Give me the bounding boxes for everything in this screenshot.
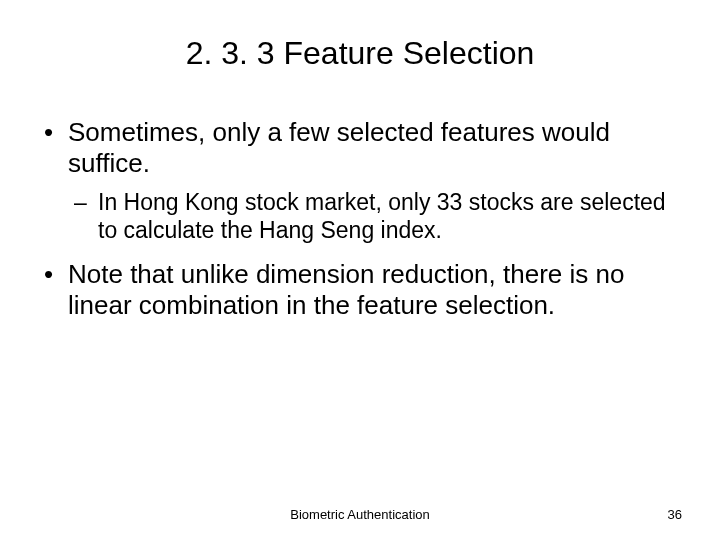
bullet-text: Sometimes, only a few selected features … [68,117,610,178]
bullet-list: Sometimes, only a few selected features … [40,117,680,321]
footer-text: Biometric Authentication [0,507,720,522]
sub-bullet-item: In Hong Kong stock market, only 33 stock… [68,189,680,244]
sub-bullet-list: In Hong Kong stock market, only 33 stock… [68,189,680,244]
bullet-item: Note that unlike dimension reduction, th… [40,259,680,321]
slide-content: Sometimes, only a few selected features … [40,117,680,321]
slide: 2. 3. 3 Feature Selection Sometimes, onl… [0,0,720,540]
bullet-item: Sometimes, only a few selected features … [40,117,680,245]
bullet-text: Note that unlike dimension reduction, th… [68,259,624,320]
page-number: 36 [668,507,682,522]
slide-title: 2. 3. 3 Feature Selection [40,35,680,72]
sub-bullet-text: In Hong Kong stock market, only 33 stock… [98,189,666,243]
